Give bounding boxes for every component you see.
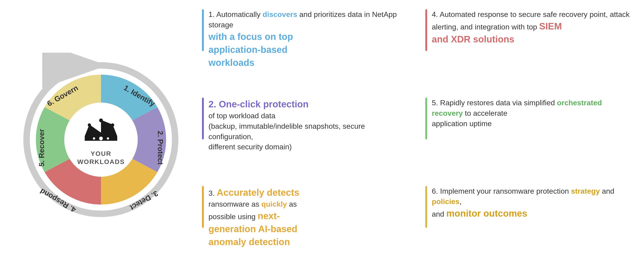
bar-detect xyxy=(202,186,204,228)
item-protect: 2. One-click protection of top workload … xyxy=(202,98,407,181)
item-identify: 1. Automatically discovers and prioritiz… xyxy=(202,9,407,93)
svg-point-8 xyxy=(99,118,103,122)
svg-point-12 xyxy=(93,137,95,140)
nextgen-text: next-generation AI-basedanomaly detectio… xyxy=(208,211,298,247)
policies-text: policies xyxy=(432,197,460,206)
text-recover: 5. Rapidly restores data via simplified … xyxy=(432,98,602,129)
text-detect: 3. Accurately detects ransomware as quic… xyxy=(208,186,299,248)
num-5: 5. xyxy=(432,99,438,107)
item-govern: 6. Implement your ransomware protection … xyxy=(425,186,630,270)
bar-protect xyxy=(202,98,204,139)
strategy-text: strategy xyxy=(571,187,600,195)
wheel-diagram: 1. Identify 2. Protect 3. Detect 4. Resp… xyxy=(14,53,188,227)
svg-text:WORKLOADS: WORKLOADS xyxy=(77,158,125,165)
num-1: 1. xyxy=(208,10,215,18)
orchestrated-text: orchestratedrecovery xyxy=(432,99,602,117)
num-4: 4. xyxy=(432,10,438,18)
text-respond: 4. Automated response to secure safe rec… xyxy=(432,9,630,46)
bar-recover xyxy=(425,98,427,139)
monitor-text: monitor outcomes xyxy=(446,208,527,219)
svg-text:5. Recover: 5. Recover xyxy=(38,129,46,167)
svg-point-10 xyxy=(111,123,114,127)
bar-govern xyxy=(425,186,427,228)
svg-text:YOUR: YOUR xyxy=(91,150,112,157)
svg-text:2. Protect: 2. Protect xyxy=(156,131,164,165)
features-grid: 1. Automatically discovers and prioritiz… xyxy=(202,9,630,270)
discovers-text: discovers xyxy=(262,10,297,18)
focus-text: with a focus on topapplication-basedwork… xyxy=(208,31,293,68)
svg-point-11 xyxy=(99,137,103,140)
svg-point-9 xyxy=(88,123,91,127)
detects-text: Accurately detects xyxy=(217,187,300,198)
bar-respond xyxy=(425,9,427,51)
item-detect: 3. Accurately detects ransomware as quic… xyxy=(202,186,407,270)
text-protect: 2. One-click protection of top workload … xyxy=(208,98,407,152)
oneclick-text: 2. One-click protection xyxy=(208,99,308,109)
main-container: 1. Identify 2. Protect 3. Detect 4. Resp… xyxy=(0,0,644,279)
quickly-text: quickly xyxy=(262,200,287,208)
siem-text: SIEMand XDR solutions xyxy=(432,21,562,44)
item-respond: 4. Automated response to secure safe rec… xyxy=(425,9,630,93)
num-6: 6. xyxy=(432,187,438,195)
svg-point-13 xyxy=(107,137,109,140)
num-3: 3. xyxy=(208,189,215,197)
text-identify: 1. Automatically discovers and prioritiz… xyxy=(208,9,407,69)
bar-identify xyxy=(202,9,204,51)
item-recover: 5. Rapidly restores data via simplified … xyxy=(425,98,630,181)
text-govern: 6. Implement your ransomware protection … xyxy=(432,186,630,220)
